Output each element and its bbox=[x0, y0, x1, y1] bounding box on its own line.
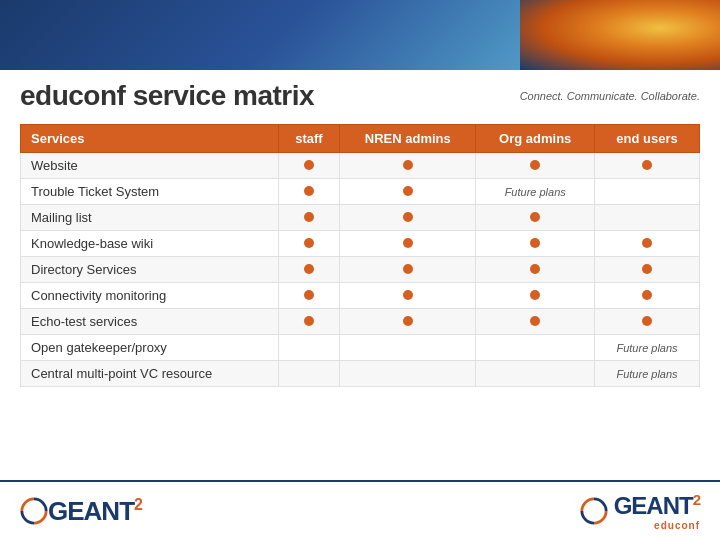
future-plans-label: Future plans bbox=[505, 186, 566, 198]
dot-indicator bbox=[403, 238, 413, 248]
dot-indicator bbox=[530, 212, 540, 222]
service-value-cell bbox=[476, 283, 595, 309]
table-row: Connectivity monitoring bbox=[21, 283, 700, 309]
logo-right-text: GEANT2 bbox=[614, 491, 700, 520]
service-name-cell: Knowledge-base wiki bbox=[21, 231, 279, 257]
service-value-cell bbox=[278, 179, 340, 205]
dot-indicator bbox=[530, 238, 540, 248]
dot-indicator bbox=[403, 160, 413, 170]
service-value-cell bbox=[340, 153, 476, 179]
service-value-cell bbox=[476, 335, 595, 361]
service-name-cell: Mailing list bbox=[21, 205, 279, 231]
service-name-cell: Open gatekeeper/proxy bbox=[21, 335, 279, 361]
service-value-cell: Future plans bbox=[476, 179, 595, 205]
dot-indicator bbox=[304, 212, 314, 222]
service-value-cell bbox=[340, 231, 476, 257]
service-value-cell bbox=[278, 309, 340, 335]
service-value-cell bbox=[340, 179, 476, 205]
dot-indicator bbox=[403, 212, 413, 222]
col-services: Services bbox=[21, 125, 279, 153]
table-row: Echo-test services bbox=[21, 309, 700, 335]
service-name-cell: Echo-test services bbox=[21, 309, 279, 335]
top-decoration bbox=[520, 0, 720, 70]
service-value-cell bbox=[278, 231, 340, 257]
header-row: educonf service matrix Connect. Communic… bbox=[20, 80, 700, 112]
dot-indicator bbox=[530, 160, 540, 170]
service-value-cell bbox=[595, 231, 700, 257]
dot-indicator bbox=[304, 186, 314, 196]
service-name-cell: Website bbox=[21, 153, 279, 179]
dot-indicator bbox=[403, 316, 413, 326]
logo-right: GEANT2 educonf bbox=[580, 491, 700, 531]
service-value-cell bbox=[278, 283, 340, 309]
service-value-cell bbox=[476, 205, 595, 231]
dot-indicator bbox=[304, 264, 314, 274]
service-value-cell bbox=[476, 231, 595, 257]
service-name-cell: Trouble Ticket System bbox=[21, 179, 279, 205]
table-row: Trouble Ticket SystemFuture plans bbox=[21, 179, 700, 205]
table-row: Knowledge-base wiki bbox=[21, 231, 700, 257]
geant-arc-right-icon bbox=[580, 497, 608, 525]
page-title: educonf service matrix bbox=[20, 80, 314, 112]
tagline: Connect. Communicate. Collaborate. bbox=[520, 90, 700, 102]
service-value-cell bbox=[340, 335, 476, 361]
footer: GEANT2 GEANT2 educonf bbox=[0, 480, 720, 540]
service-value-cell bbox=[340, 309, 476, 335]
col-staff: staff bbox=[278, 125, 340, 153]
logo-left: GEANT2 bbox=[20, 496, 142, 527]
service-value-cell bbox=[595, 309, 700, 335]
table-row: Website bbox=[21, 153, 700, 179]
service-name-cell: Directory Services bbox=[21, 257, 279, 283]
dot-indicator bbox=[403, 290, 413, 300]
main-content: educonf service matrix Connect. Communic… bbox=[0, 70, 720, 480]
service-value-cell bbox=[595, 205, 700, 231]
service-value-cell bbox=[278, 361, 340, 387]
top-image-bar bbox=[0, 0, 720, 70]
service-value-cell bbox=[476, 309, 595, 335]
dot-indicator bbox=[304, 160, 314, 170]
dot-indicator bbox=[642, 238, 652, 248]
col-org: Org admins bbox=[476, 125, 595, 153]
service-name-cell: Central multi-point VC resource bbox=[21, 361, 279, 387]
future-plans-label: Future plans bbox=[616, 342, 677, 354]
service-value-cell bbox=[595, 179, 700, 205]
logo-left-text: GEANT2 bbox=[48, 496, 142, 527]
service-value-cell: Future plans bbox=[595, 361, 700, 387]
service-name-cell: Connectivity monitoring bbox=[21, 283, 279, 309]
dot-indicator bbox=[304, 290, 314, 300]
table-header-row: Services staff NREN admins Org admins en… bbox=[21, 125, 700, 153]
service-table: Services staff NREN admins Org admins en… bbox=[20, 124, 700, 387]
dot-indicator bbox=[642, 264, 652, 274]
service-value-cell bbox=[595, 153, 700, 179]
table-row: Central multi-point VC resourceFuture pl… bbox=[21, 361, 700, 387]
service-value-cell: Future plans bbox=[595, 335, 700, 361]
col-end: end users bbox=[595, 125, 700, 153]
service-value-cell bbox=[278, 335, 340, 361]
dot-indicator bbox=[530, 316, 540, 326]
dot-indicator bbox=[642, 290, 652, 300]
service-value-cell bbox=[278, 153, 340, 179]
dot-indicator bbox=[403, 186, 413, 196]
service-value-cell bbox=[278, 257, 340, 283]
dot-indicator bbox=[530, 264, 540, 274]
dot-indicator bbox=[642, 316, 652, 326]
service-value-cell bbox=[595, 283, 700, 309]
geant-arc-left-icon bbox=[20, 497, 48, 525]
table-row: Directory Services bbox=[21, 257, 700, 283]
dot-indicator bbox=[304, 316, 314, 326]
service-value-cell bbox=[340, 257, 476, 283]
service-value-cell bbox=[340, 361, 476, 387]
col-nren: NREN admins bbox=[340, 125, 476, 153]
service-value-cell bbox=[595, 257, 700, 283]
table-row: Mailing list bbox=[21, 205, 700, 231]
service-value-cell bbox=[476, 257, 595, 283]
logo-right-sub: educonf bbox=[614, 520, 700, 531]
service-value-cell bbox=[278, 205, 340, 231]
dot-indicator bbox=[642, 160, 652, 170]
service-value-cell bbox=[340, 205, 476, 231]
page-wrapper: educonf service matrix Connect. Communic… bbox=[0, 0, 720, 540]
service-value-cell bbox=[340, 283, 476, 309]
dot-indicator bbox=[530, 290, 540, 300]
service-value-cell bbox=[476, 361, 595, 387]
future-plans-label: Future plans bbox=[616, 368, 677, 380]
